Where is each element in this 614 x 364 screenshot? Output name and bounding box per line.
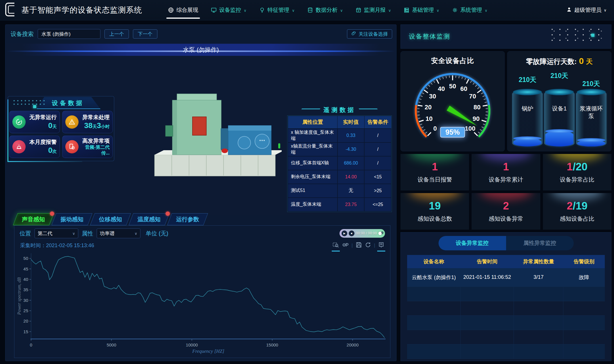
runtime-cylinder: 210天设备1 <box>544 69 575 147</box>
sense-tab-振动感知[interactable]: 振动感知 <box>52 213 92 225</box>
alert-badge-dot <box>165 211 170 216</box>
kpi-value: 2 <box>472 200 540 212</box>
svg-text:40: 40 <box>438 85 445 92</box>
prev-device-button[interactable]: 上一个 <box>104 29 129 39</box>
file-alert-icon <box>65 140 79 153</box>
nav-item-monthly-report[interactable]: 监测月报∨ <box>356 0 391 20</box>
nav-item-feature-mgmt[interactable]: 特征管理∨ <box>259 0 295 20</box>
svg-text:70: 70 <box>469 93 476 100</box>
zero-fault-card: 零故障运行天数: 0 天 210天锅炉210天设备1210天浆液循环泵 <box>507 51 611 151</box>
svg-text:90: 90 <box>473 115 480 122</box>
location-label: 位置 <box>20 230 31 237</box>
sense-tab-label: 温度感知 <box>138 214 161 225</box>
telemetry-header: 属性位置 <box>288 116 337 129</box>
sense-tab-位移感知[interactable]: 位移感知 <box>90 213 131 225</box>
device-title: 水泵 (勿操作) <box>6 44 396 56</box>
kpi-value: 1/20 <box>543 161 611 173</box>
svg-text:50: 50 <box>23 256 28 261</box>
nav-item-device-monitor[interactable]: 设备监控∨ <box>211 0 247 20</box>
nav-item-overview[interactable]: 综合展现 <box>168 0 198 20</box>
anomaly-monitor-card: 设备异常监控属性异常监控 设备名称告警时间异常属性数量告警级别云酷水泵 (勿操作… <box>401 232 611 361</box>
kpi-value: 1 <box>401 161 469 173</box>
glow-decoration <box>409 154 461 160</box>
spectrum-line-chart[interactable]: 152025303540455005000100001500020000Freq… <box>16 249 390 355</box>
svg-text:40: 40 <box>23 277 28 282</box>
telemetry-value: 14.00 <box>337 170 365 184</box>
chevron-down-icon: ∨ <box>292 8 295 13</box>
svg-text:35: 35 <box>23 287 28 292</box>
play-button[interactable]: ▶ <box>342 230 347 236</box>
device-stat-value: 0天 <box>28 121 57 130</box>
telemetry-attr: 剩余电压_泵体末端 <box>288 170 337 184</box>
zero-fault-unit: 天 <box>586 57 593 66</box>
zoom-box-icon[interactable] <box>333 242 339 249</box>
svg-text:100: 100 <box>465 125 475 132</box>
telemetry-attr: x轴直流分量_泵体末端 <box>288 142 337 156</box>
device-stat-title: 异常未处理 <box>81 114 110 121</box>
monitor-tab-属性异常监控[interactable]: 属性异常监控 <box>506 236 574 250</box>
left-panel: 设备搜索 上一个 下一个 关注设备选择 水泵 (勿操作) <box>5 24 396 361</box>
device-search-row: 设备搜索 上一个 下一个 关注设备选择 <box>11 28 392 40</box>
telemetry-title: 遥测数据 <box>323 106 356 114</box>
device-stat-card: 异常未处理38天3小时 <box>62 111 113 133</box>
nav-item-label: 特征管理 <box>268 6 289 14</box>
svg-text:20: 20 <box>23 319 28 323</box>
svg-text:50: 50 <box>449 83 456 90</box>
telemetry-row: 温度_泵体末端23.75<=25 <box>288 198 391 211</box>
overall-monitor-title: 设备整体监测 <box>409 32 450 41</box>
sense-tab-运行参数[interactable]: 运行参数 <box>167 213 208 225</box>
device-search-input[interactable] <box>38 29 100 39</box>
telemetry-attr: 测试51 <box>288 184 337 198</box>
safe-device-ratio-card: 安全设备占比 0102030405060708090100 95% <box>401 51 505 151</box>
audio-player: ▶ ■ 00:00 / 00:00 <box>340 229 385 238</box>
cylinder-days-value: 210天 <box>544 71 575 82</box>
nav-item-system-mgmt[interactable]: 系统管理∨ <box>452 0 488 20</box>
kpi-card: 1设备异常累计 <box>472 154 540 190</box>
save-image-icon[interactable] <box>356 242 362 249</box>
device-stat-title: 高发异常项 <box>81 138 110 144</box>
overall-monitor-header: 设备整体监测 <box>401 24 611 49</box>
bulb-icon <box>259 7 265 13</box>
telemetry-condition: / <box>364 129 391 142</box>
sense-tab-声音感知[interactable]: 声音感知 <box>13 213 54 225</box>
nav-item-basic-mgmt[interactable]: 基础管理∨ <box>404 0 439 20</box>
monitor-cell: 云酷水泵 (勿操作1) <box>407 268 460 287</box>
svg-text:10000: 10000 <box>186 342 198 347</box>
user-menu[interactable]: 超级管理员 ∨ <box>567 6 614 14</box>
alarm-icon <box>12 140 26 153</box>
svg-text:45: 45 <box>23 266 28 271</box>
pump-3d-model <box>149 83 282 184</box>
monitor-row[interactable]: 云酷水泵 (勿操作1)2021-01-15 11:06:523/17故障 <box>407 268 605 287</box>
main-nav: 综合展现设备监控∨特征管理∨数据分析∨监测月报∨基础管理∨系统管理∨ <box>168 0 487 20</box>
monitor-tab-设备异常监控[interactable]: 设备异常监控 <box>438 236 506 250</box>
glow-decoration <box>551 154 603 160</box>
sense-panel: 位置 第二代 ∨ 属性 功率谱 ∨ 单位 (无) ▶ ■ 00:00 / 0 <box>14 225 390 358</box>
next-device-button[interactable]: 下一个 <box>133 29 157 39</box>
zoom-reset-icon[interactable] <box>342 242 349 249</box>
telemetry-table: 属性位置实时值告警条件x 轴加速度值_泵体末端0.33/x轴直流分量_泵体末端-… <box>287 116 392 212</box>
sense-tabs: 声音感知振动感知位移感知温度感知运行参数 <box>15 213 208 225</box>
monitor-header: 告警级别 <box>563 255 605 268</box>
svg-text:10: 10 <box>426 115 432 122</box>
unit-label: 单位 (无) <box>146 230 168 237</box>
data-view-icon[interactable] <box>378 242 384 249</box>
restore-icon[interactable] <box>365 242 371 249</box>
3d-viewport[interactable]: 水泵 (勿操作) <box>6 43 396 215</box>
device-stat-card: 本月度报警0次 <box>9 136 60 158</box>
svg-text:Frequency [HZ]: Frequency [HZ] <box>192 348 224 354</box>
glow-decoration <box>480 193 532 199</box>
svg-text:20000: 20000 <box>347 342 359 347</box>
stop-button[interactable]: ■ <box>349 230 354 236</box>
monitor-empty-row <box>407 301 605 315</box>
nav-item-data-analysis[interactable]: 数据分析∨ <box>307 0 343 20</box>
nav-item-label: 系统管理 <box>460 6 482 14</box>
device-stat-value: 音频-第二代传... <box>81 144 110 156</box>
focus-device-select-button[interactable]: 关注设备选择 <box>347 29 392 39</box>
location-select[interactable]: 第二代 ∨ <box>35 228 78 238</box>
sense-tab-温度感知[interactable]: 温度感知 <box>129 213 169 225</box>
kpi-card: 1设备当日报警 <box>401 154 469 190</box>
runtime-cylinder: 210天锅炉 <box>512 69 544 147</box>
gauge-value-badge: 95% <box>440 127 465 138</box>
attribute-select[interactable]: 功率谱 ∨ <box>97 228 140 238</box>
telemetry-row: 剩余电压_泵体末端14.00<15 <box>288 170 391 184</box>
